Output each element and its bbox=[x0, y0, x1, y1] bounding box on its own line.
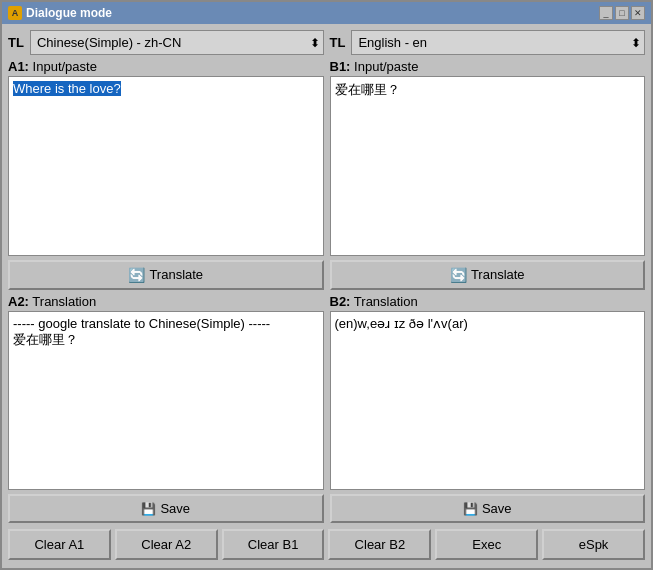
left-input-display[interactable]: Where is the love? bbox=[8, 76, 324, 256]
right-translate-button[interactable]: 🔄 Translate bbox=[330, 260, 646, 290]
right-save-label: Save bbox=[482, 501, 512, 516]
right-translation-section: B2: Translation bbox=[330, 294, 646, 491]
right-input-label: B1: Input/paste bbox=[330, 59, 646, 74]
right-tl-panel: TL English - en bbox=[330, 30, 646, 55]
left-save-label: Save bbox=[160, 501, 190, 516]
left-tl-label: TL bbox=[8, 35, 24, 50]
left-translation-textarea[interactable] bbox=[8, 311, 324, 491]
tl-row: TL Chinese(Simple) - zh-CN TL English - … bbox=[8, 30, 645, 55]
right-input-sublabel: Input/paste bbox=[354, 59, 418, 74]
exec-button[interactable]: Exec bbox=[435, 529, 538, 560]
clear-a1-button[interactable]: Clear A1 bbox=[8, 529, 111, 560]
left-translate-button[interactable]: 🔄 Translate bbox=[8, 260, 324, 290]
left-save-button[interactable]: 💾 Save bbox=[8, 494, 324, 523]
left-tl-panel: TL Chinese(Simple) - zh-CN bbox=[8, 30, 324, 55]
left-translation-section: A2: Translation bbox=[8, 294, 324, 491]
right-tl-select-wrapper[interactable]: English - en bbox=[351, 30, 645, 55]
window-title: Dialogue mode bbox=[26, 6, 112, 20]
left-save-icon: 💾 bbox=[141, 502, 156, 516]
left-translate-icon: 🔄 bbox=[128, 267, 145, 283]
left-input-sublabel: Input/paste bbox=[33, 59, 97, 74]
left-input-bold-label: A1: bbox=[8, 59, 29, 74]
right-panel: B1: Input/paste 🔄 Translate B2: Translat… bbox=[330, 59, 646, 523]
maximize-button[interactable]: □ bbox=[615, 6, 629, 20]
close-button[interactable]: ✕ bbox=[631, 6, 645, 20]
bottom-buttons: Clear A1 Clear A2 Clear B1 Clear B2 Exec… bbox=[8, 527, 645, 562]
right-tl-select[interactable]: English - en bbox=[351, 30, 645, 55]
right-save-icon: 💾 bbox=[463, 502, 478, 516]
title-controls: _ □ ✕ bbox=[599, 6, 645, 20]
right-translation-label: B2: Translation bbox=[330, 294, 646, 309]
title-bar-left: A Dialogue mode bbox=[8, 6, 112, 20]
left-tl-select-wrapper[interactable]: Chinese(Simple) - zh-CN bbox=[30, 30, 324, 55]
right-translation-bold-label: B2: bbox=[330, 294, 351, 309]
right-translate-label: Translate bbox=[471, 267, 525, 282]
left-input-label: A1: Input/paste bbox=[8, 59, 324, 74]
espk-button[interactable]: eSpk bbox=[542, 529, 645, 560]
right-input-section: B1: Input/paste bbox=[330, 59, 646, 256]
left-input-section: A1: Input/paste Where is the love? bbox=[8, 59, 324, 256]
app-icon: A bbox=[8, 6, 22, 20]
clear-b1-button[interactable]: Clear B1 bbox=[222, 529, 325, 560]
left-input-selected-text: Where is the love? bbox=[13, 81, 121, 96]
right-translation-textarea[interactable] bbox=[330, 311, 646, 491]
left-translation-bold-label: A2: bbox=[8, 294, 29, 309]
main-content: TL Chinese(Simple) - zh-CN TL English - … bbox=[2, 24, 651, 568]
left-panel: A1: Input/paste Where is the love? 🔄 Tra… bbox=[8, 59, 324, 523]
clear-a2-button[interactable]: Clear A2 bbox=[115, 529, 218, 560]
main-window: A Dialogue mode _ □ ✕ TL Chinese(Simple)… bbox=[0, 0, 653, 570]
right-translation-sublabel: Translation bbox=[354, 294, 418, 309]
left-translation-label: A2: Translation bbox=[8, 294, 324, 309]
title-bar: A Dialogue mode _ □ ✕ bbox=[2, 2, 651, 24]
right-save-button[interactable]: 💾 Save bbox=[330, 494, 646, 523]
left-tl-select[interactable]: Chinese(Simple) - zh-CN bbox=[30, 30, 324, 55]
panels-main: A1: Input/paste Where is the love? 🔄 Tra… bbox=[8, 59, 645, 523]
left-translation-sublabel: Translation bbox=[32, 294, 96, 309]
minimize-button[interactable]: _ bbox=[599, 6, 613, 20]
left-translate-label: Translate bbox=[149, 267, 203, 282]
right-input-bold-label: B1: bbox=[330, 59, 351, 74]
clear-b2-button[interactable]: Clear B2 bbox=[328, 529, 431, 560]
right-input-textarea[interactable] bbox=[330, 76, 646, 256]
right-tl-label: TL bbox=[330, 35, 346, 50]
right-translate-icon: 🔄 bbox=[450, 267, 467, 283]
